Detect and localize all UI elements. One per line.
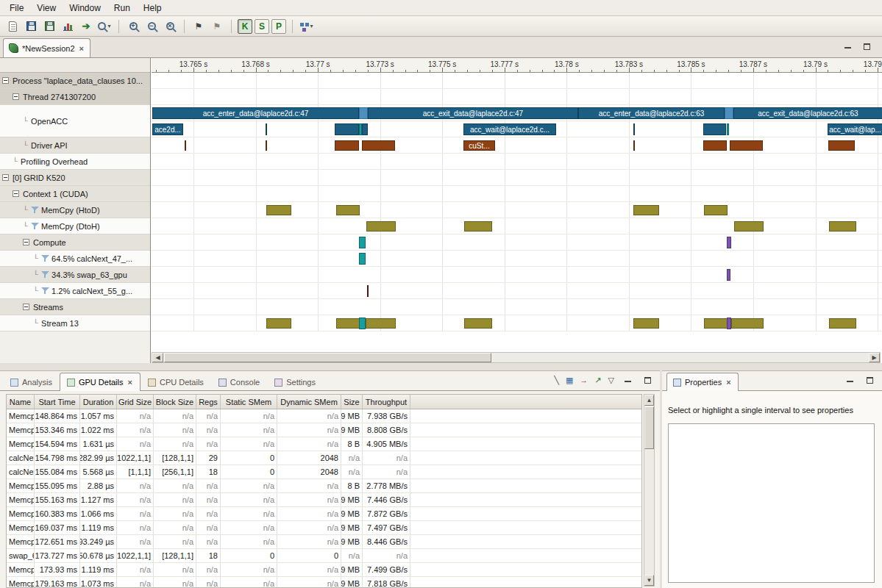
- tree-row-34-3-swap-63-gpu[interactable]: └34.3% swap_63_gpu: [0, 267, 150, 283]
- column-header-grid-size[interactable]: Grid Size: [117, 395, 154, 409]
- table-row[interactable]: Memcpy160.383 ms1.066 msn/an/an/an/an/a9…: [7, 507, 641, 521]
- tree-row-stream-13[interactable]: └Stream 13: [0, 315, 150, 331]
- table-row[interactable]: Memcpy179.163 ms1.073 msn/an/an/an/an/a9…: [7, 577, 641, 588]
- tree-row-thread-2741307200[interactable]: Thread 2741307200: [0, 89, 150, 105]
- timeline-interval-cust[interactable]: cuSt...: [463, 140, 495, 151]
- save-session-button[interactable]: [22, 18, 40, 35]
- collapse-icon[interactable]: [23, 304, 29, 310]
- column-header-dynamic-smem[interactable]: Dynamic SMem: [277, 395, 341, 409]
- table-row[interactable]: Memcpy155.095 ms2.88 µsn/an/an/an/an/a8 …: [7, 479, 641, 493]
- timeline-interval[interactable]: [633, 123, 635, 135]
- profile-button[interactable]: [59, 18, 77, 35]
- timeline-interval-acc-exit-data-laplace2d-c-47[interactable]: acc_exit_data@laplace2d.c:47: [368, 107, 578, 119]
- timeline-interval[interactable]: [703, 123, 726, 135]
- search-button[interactable]: ▾: [96, 18, 113, 35]
- new-session-button[interactable]: [4, 18, 21, 35]
- timeline-interval[interactable]: [366, 221, 396, 232]
- session-tab-close-icon[interactable]: ×: [79, 44, 85, 53]
- table-row[interactable]: Memcpy154.594 ms1.631 µsn/an/an/an/an/a8…: [7, 437, 641, 451]
- analysis-dropdown-icon[interactable]: ▾: [310, 24, 313, 29]
- export-table-icon[interactable]: ↗: [594, 376, 601, 384]
- next-marker-button[interactable]: ⚑: [190, 18, 207, 35]
- table-vscrollbar[interactable]: ▲ ▼: [644, 394, 655, 587]
- tab-gpu-details[interactable]: GPU Details×: [60, 373, 141, 391]
- timeline-interval[interactable]: [336, 318, 360, 329]
- tab-console[interactable]: Console: [211, 373, 267, 391]
- prev-marker-button[interactable]: ⚑: [208, 18, 226, 35]
- column-header-start-time[interactable]: Start Time: [35, 395, 80, 409]
- goto-timeline-icon[interactable]: →: [580, 376, 588, 384]
- timeline-interval[interactable]: [703, 140, 727, 151]
- scroll-right-icon[interactable]: ▶: [869, 353, 880, 362]
- timeline-interval[interactable]: [704, 205, 728, 215]
- timeline-interval[interactable]: [828, 140, 855, 151]
- tree-row-1-2-calcnext-55-g[interactable]: └1.2% calcNext_55_g...: [0, 283, 150, 299]
- zoom-fit-button[interactable]: ×: [161, 18, 179, 35]
- table-row[interactable]: Memcpy155.163 ms1.127 msn/an/an/an/an/a9…: [7, 493, 641, 507]
- table-row[interactable]: Memcpy148.864 ms1.057 msn/an/an/an/an/a9…: [7, 409, 641, 423]
- timeline-interval[interactable]: [359, 253, 366, 265]
- collapse-icon[interactable]: [23, 239, 29, 245]
- timeline-ruler[interactable]: 13.765 s13.768 s13.77 s13.773 s13.775 s1…: [152, 58, 882, 73]
- timeline-interval[interactable]: [633, 140, 635, 151]
- timeline-interval[interactable]: [829, 221, 856, 232]
- timeline-interval[interactable]: [335, 140, 359, 151]
- menu-view[interactable]: View: [30, 1, 63, 15]
- tab-analysis[interactable]: Analysis: [3, 373, 60, 391]
- column-header-size[interactable]: Size: [341, 395, 363, 409]
- timeline-interval[interactable]: [266, 140, 267, 151]
- stream-view-toggle[interactable]: S: [255, 19, 269, 34]
- timeline-interval-ace2d[interactable]: ace2d...: [152, 123, 183, 135]
- timeline-interval[interactable]: [336, 205, 360, 215]
- pencil-icon[interactable]: ╲: [554, 376, 559, 384]
- menu-help[interactable]: Help: [137, 1, 168, 15]
- view-menu-icon[interactable]: ▽: [608, 376, 614, 384]
- search-dropdown-icon[interactable]: ▾: [107, 24, 110, 29]
- timeline-interval[interactable]: [727, 123, 729, 135]
- timeline-hscrollbar-track[interactable]: [491, 353, 869, 362]
- tree-row-streams[interactable]: Streams: [0, 299, 150, 315]
- tree-row-compute[interactable]: Compute: [0, 234, 150, 251]
- analysis-button[interactable]: ▾: [298, 18, 316, 35]
- tree-row-64-5-calcnext-47[interactable]: └64.5% calcNext_47_...: [0, 251, 150, 267]
- column-header-name[interactable]: Name: [7, 395, 35, 409]
- menu-file[interactable]: File: [3, 1, 30, 15]
- timeline-interval[interactable]: [734, 221, 764, 232]
- tree-row-driver-api[interactable]: └Driver API: [0, 137, 150, 154]
- timeline-hscrollbar[interactable]: ◀ ▶: [152, 352, 881, 363]
- timeline-interval[interactable]: [633, 318, 659, 329]
- menu-window[interactable]: Window: [63, 1, 107, 15]
- zoom-out-button[interactable]: −: [143, 18, 160, 35]
- session-tab[interactable]: *NewSession2 ×: [3, 38, 90, 57]
- close-tab-icon[interactable]: ×: [127, 378, 133, 387]
- timeline-interval[interactable]: [359, 107, 368, 119]
- table-row[interactable]: calcNext_55_gpu155.084 ms5.568 µs[1,1,1]…: [7, 465, 641, 479]
- tree-row-0-grid-k520[interactable]: [0] GRID K520: [0, 170, 150, 186]
- timeline-interval[interactable]: [362, 140, 395, 151]
- maximize-view-button[interactable]: [860, 41, 873, 52]
- scroll-down-icon[interactable]: ▼: [644, 575, 654, 586]
- table-vscrollbar-track[interactable]: [644, 406, 654, 575]
- table-row[interactable]: calcNext_47_gpu154.798 ms282.99 µs[1022,…: [7, 451, 641, 465]
- table-vscrollbar-thumb[interactable]: [644, 406, 654, 449]
- table-row[interactable]: Memcpy173.93 ms1.119 msn/an/an/an/an/a9 …: [7, 563, 641, 577]
- collapse-icon[interactable]: [2, 174, 9, 181]
- timeline-interval[interactable]: [464, 318, 492, 329]
- maximize-properties-button[interactable]: [863, 375, 876, 386]
- timeline-interval[interactable]: [727, 237, 731, 248]
- tree-row-profiling-overhead[interactable]: └Profiling Overhead: [0, 154, 150, 170]
- tab-cpu-details[interactable]: CPU Details: [141, 373, 211, 391]
- timeline-interval-acc-wait-lap[interactable]: acc_wait@lap...: [828, 123, 882, 135]
- properties-close-icon[interactable]: ×: [725, 378, 731, 387]
- timeline-interval[interactable]: [266, 205, 291, 215]
- collapse-icon[interactable]: [13, 93, 19, 100]
- timeline-interval[interactable]: [725, 107, 733, 119]
- timeline-interval[interactable]: [730, 140, 763, 151]
- properties-tab[interactable]: Properties ×: [666, 373, 739, 391]
- tree-row-context-1-cuda[interactable]: Context 1 (CUDA): [0, 186, 150, 202]
- column-header-block-size[interactable]: Block Size: [154, 395, 196, 409]
- timeline-interval[interactable]: [335, 123, 359, 135]
- maximize-panel-button[interactable]: [641, 375, 654, 386]
- collapse-icon[interactable]: [2, 77, 9, 84]
- minimize-panel-button[interactable]: [621, 375, 634, 386]
